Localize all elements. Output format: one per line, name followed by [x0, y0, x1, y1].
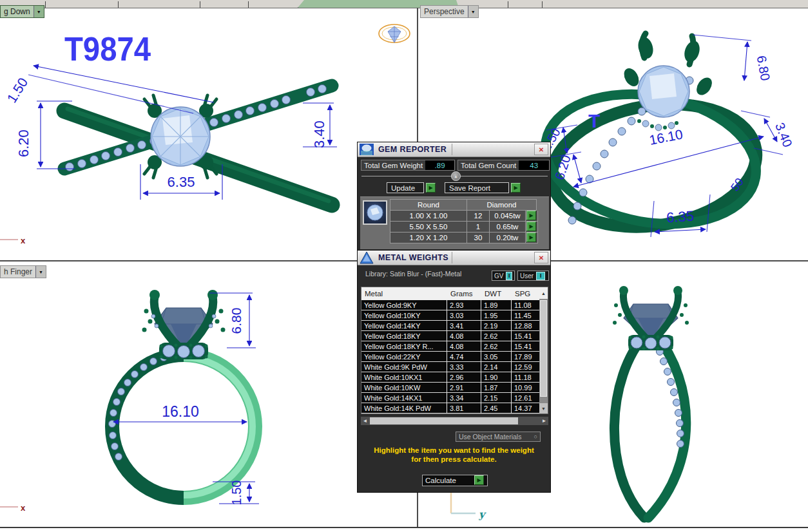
- ring-side-drawing: [613, 286, 689, 518]
- scroll-up-icon[interactable]: ▲: [539, 287, 548, 299]
- col-spg: SPG: [512, 290, 539, 298]
- dim-label-6-35: 6.35: [168, 174, 195, 190]
- viewport-dropdown-through-finger[interactable]: h Finger ▼: [0, 265, 46, 278]
- dim-label-6-35: 6.35: [666, 208, 694, 226]
- panel-title: GEM REPORTER: [378, 145, 447, 154]
- close-icon[interactable]: ✕: [534, 252, 548, 263]
- gv-label: GV: [494, 272, 503, 280]
- gem-count: 1: [467, 222, 490, 233]
- scrollbar-thumb[interactable]: [370, 417, 518, 424]
- metal-weights-titlebar[interactable]: METAL WEIGHTS ✕: [358, 251, 550, 265]
- metal-row[interactable]: Yellow Gold:9KY2.931.8911.08: [361, 300, 548, 310]
- update-play-icon[interactable]: ▶: [426, 183, 436, 193]
- metal-row[interactable]: Yellow Gold:22KY4.743.0517.89: [361, 352, 548, 362]
- col-dwt: DWT: [481, 290, 512, 298]
- metal-row[interactable]: White Gold:10KW2.911.8710.99: [361, 383, 548, 393]
- user-indicator-icon: I: [536, 272, 545, 280]
- calculate-play-icon[interactable]: ▶: [474, 475, 484, 485]
- metal-weights-panel: METAL WEIGHTS ✕ Library: Satin Blur - (F…: [357, 250, 551, 493]
- gem-count: 12: [467, 211, 490, 222]
- scrollbar-thumb[interactable]: [540, 300, 547, 397]
- gv-indicator-icon: I: [506, 272, 512, 280]
- metal-row[interactable]: Yellow Gold:18KY R...4.082.6215.41: [361, 341, 548, 352]
- dim-label-3-40: 3.40: [773, 120, 795, 149]
- metal-row[interactable]: Yellow Gold:18KY4.082.6215.41: [361, 331, 548, 341]
- x-axis-label: x: [21, 503, 26, 513]
- gem-table-area: Round Diamond 1.00 X 1.00 12 0.045tw ▶ 5…: [360, 196, 549, 249]
- gem-size: 5.50 X 5.50: [390, 222, 467, 233]
- tab-separator: [118, 1, 119, 8]
- calculate-label: Calculate: [425, 477, 456, 484]
- calculate-hint: Highlight the item you want to find the …: [358, 446, 550, 464]
- dim-label-6-20: 6.20: [15, 129, 32, 157]
- gem-count: 30: [467, 233, 490, 243]
- wireframe-ring-icon: [379, 24, 410, 43]
- tab-separator: [542, 1, 543, 8]
- tab-separator: [248, 1, 249, 8]
- use-object-materials-label: Use Object Materials: [459, 433, 521, 441]
- horizontal-scrollbar[interactable]: ◄ ►: [361, 417, 548, 425]
- gem-size: 1.00 X 1.00: [390, 211, 467, 222]
- use-object-materials-button[interactable]: Use Object Materials ○: [456, 432, 541, 442]
- dim-label-16-10: 16.10: [162, 403, 199, 420]
- gem-row: 5.50 X 5.50 1 0.65tw ▶: [390, 222, 538, 233]
- col-metal: Metal: [361, 290, 447, 298]
- close-icon[interactable]: ✕: [534, 144, 548, 155]
- dim-label-6-80: 6.80: [755, 55, 773, 82]
- chevron-down-icon[interactable]: ▼: [468, 6, 478, 17]
- total-gem-weight-value: .89: [425, 160, 454, 170]
- save-report-button[interactable]: Save Report: [445, 182, 509, 193]
- dim-label-1-50: 1.50: [4, 75, 30, 106]
- chevron-down-icon[interactable]: ▼: [35, 266, 46, 278]
- gem-row: 1.20 X 1.20 30 0.20tw ▶: [390, 233, 538, 243]
- titlebar-separator: [452, 252, 452, 263]
- scroll-right-icon[interactable]: ►: [540, 417, 548, 425]
- panel-title: METAL WEIGHTS: [378, 253, 448, 262]
- viewport-label: g Down: [1, 7, 34, 16]
- gem-reporter-titlebar[interactable]: GEM REPORTER ✕: [358, 142, 550, 157]
- gem-col-shape: Round: [390, 199, 467, 211]
- gem-row-play-icon[interactable]: ▶: [526, 222, 536, 231]
- gem-weight: 0.65tw: [490, 222, 526, 233]
- metal-row[interactable]: White Gold:14K PdW3.812.4514.37: [361, 403, 548, 413]
- hint-line-1: Highlight the item you want to find the …: [358, 446, 550, 455]
- viewport-label: h Finger: [1, 267, 35, 276]
- panel-slider-handle[interactable]: ▲: [451, 171, 461, 181]
- cad-app-window: g Down ▼ Perspective ▼ h Finger ▼ T9874: [0, 0, 808, 532]
- dim-label-16-10: 16.10: [648, 126, 684, 147]
- viewport-dropdown-perspective[interactable]: Perspective ▼: [420, 5, 479, 18]
- gem-reporter-icon: [359, 143, 374, 156]
- scroll-down-icon[interactable]: ▼: [539, 403, 548, 413]
- gem-row-play-icon[interactable]: ▶: [526, 233, 536, 242]
- total-gem-count-field: Total Gem Count 43: [457, 160, 550, 171]
- user-toggle-button[interactable]: User I: [517, 271, 549, 281]
- metal-row[interactable]: Yellow Gold:10KY3.031.9511.45: [361, 310, 548, 321]
- tab-separator: [200, 1, 200, 8]
- viewport-top-view[interactable]: T9874: [0, 8, 417, 260]
- gem-thumbnail: [363, 200, 387, 225]
- viewport-dropdown-looking-down[interactable]: g Down ▼: [0, 5, 44, 18]
- metal-table-header: Metal Grams DWT SPG: [361, 287, 548, 300]
- bottom-border: [0, 527, 808, 528]
- chevron-down-icon[interactable]: ▼: [34, 6, 44, 17]
- gem-col-type: Diamond: [467, 199, 537, 211]
- metal-row[interactable]: Yellow Gold:14KY3.412.1912.88: [361, 321, 548, 331]
- gem-reporter-panel: GEM REPORTER ✕ Total Gem Weight .89 Tota…: [357, 142, 551, 251]
- col-grams: Grams: [447, 290, 481, 298]
- viewport-front-view[interactable]: 6.80 16.10 1.50 x: [0, 261, 417, 527]
- gv-toggle-button[interactable]: GV I: [492, 271, 515, 281]
- scroll-left-icon[interactable]: ◄: [361, 417, 369, 425]
- save-report-play-icon[interactable]: ▶: [511, 183, 521, 193]
- titlebar-separator: [452, 144, 452, 155]
- ring-head: [142, 290, 226, 359]
- metal-row[interactable]: White Gold:9K PdW3.332.1412.59: [361, 362, 548, 372]
- metal-row[interactable]: White Gold:14KX13.342.1512.61: [361, 393, 548, 403]
- metal-row[interactable]: White Gold:10KX12.961.9011.18: [361, 372, 548, 383]
- ring-top-view-drawing: [64, 85, 332, 205]
- gem-row-play-icon[interactable]: ▶: [526, 211, 536, 220]
- center-stone: [151, 107, 210, 166]
- viewport-label: Perspective: [421, 7, 468, 16]
- model-number-label: T9874: [64, 30, 151, 68]
- vertical-scrollbar[interactable]: ▲ ▼: [539, 287, 548, 413]
- update-button[interactable]: Update: [387, 182, 424, 193]
